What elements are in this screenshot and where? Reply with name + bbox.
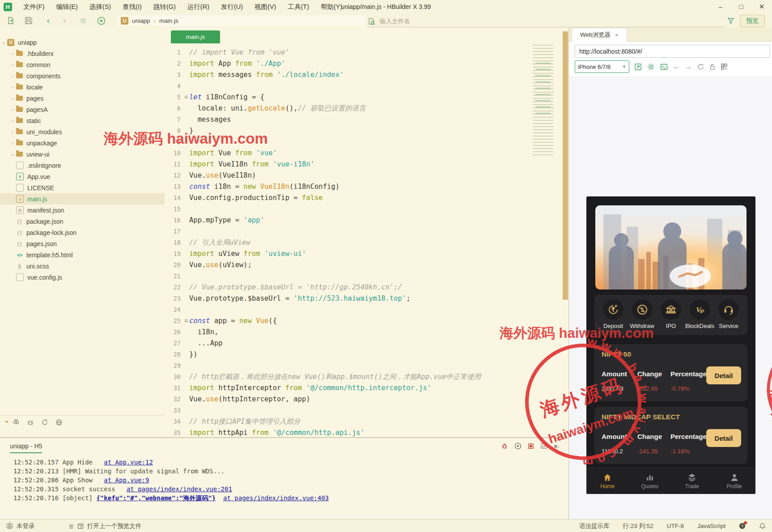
close-button[interactable]: ✕: [751, 0, 772, 13]
menu-item-4[interactable]: 跳转(G): [148, 0, 182, 13]
console-tab[interactable]: uniapp - H5: [10, 443, 42, 453]
nav-forward-icon[interactable]: →: [685, 62, 692, 71]
device-selector[interactable]: iPhone 6/7/8 ▼: [575, 60, 629, 73]
refresh-icon[interactable]: [41, 419, 48, 426]
reload-icon[interactable]: [697, 63, 704, 71]
tree-folder-pages[interactable]: ›pages: [0, 93, 165, 104]
favorite-star-icon[interactable]: ☆: [78, 15, 89, 26]
nav-item-profile[interactable]: Profile: [713, 468, 756, 494]
nav-item-quotes[interactable]: Quotes: [629, 468, 671, 494]
detail-button[interactable]: Detail: [706, 429, 741, 447]
close-tab-icon[interactable]: ×: [615, 32, 619, 38]
tree-folder-pagesA[interactable]: ›pagesA: [0, 104, 165, 115]
nav-back-icon[interactable]: ←: [673, 62, 680, 71]
tree-folder-common[interactable]: ›common: [0, 59, 165, 70]
tree-file-manifest.json[interactable]: ◎manifest.json: [0, 204, 165, 216]
run-console-icon[interactable]: [514, 443, 522, 450]
qr-code-icon[interactable]: [721, 63, 728, 70]
task-list-icon[interactable]: ≣: [69, 523, 74, 530]
forward-button[interactable]: ›: [59, 15, 70, 26]
fold-marker-icon[interactable]: ⊟: [183, 315, 189, 327]
debug-bug-icon[interactable]: [501, 443, 508, 450]
tree-folder-unpackage[interactable]: ›unpackage: [0, 137, 165, 149]
menu-item-3[interactable]: 查找(I): [117, 0, 148, 13]
code-area[interactable]: 1// import Vue from 'vue'2import App fro…: [165, 47, 568, 437]
user-icon[interactable]: [6, 523, 13, 529]
quick-action-blockdeals[interactable]: VIPBlockDeals: [686, 299, 714, 335]
filter-icon[interactable]: [725, 15, 736, 26]
open-previous-preview[interactable]: 打开上一个预览文件: [87, 522, 142, 530]
tree-file-template.h5.html[interactable]: <>template.h5.html: [0, 249, 165, 260]
breadcrumb-project[interactable]: uniapp: [132, 17, 150, 24]
tree-file-uni.scss[interactable]: §uni.scss: [0, 260, 165, 272]
menu-item-8[interactable]: 工具(T): [282, 0, 315, 13]
tree-root-uniapp[interactable]: ⌄Uuniapp: [0, 37, 165, 48]
quick-action-service[interactable]: Service: [714, 299, 743, 335]
gear-icon[interactable]: [647, 63, 655, 71]
terminal-icon[interactable]: [660, 63, 668, 71]
fold-marker-icon[interactable]: ⊟: [183, 92, 189, 103]
tree-file-LICENSE[interactable]: LICENSE: [0, 182, 165, 193]
tree-file-pages.json[interactable]: [ ]pages.json: [0, 238, 165, 249]
history-clock-icon[interactable]: [739, 523, 746, 529]
new-file-button[interactable]: [5, 15, 16, 26]
menu-item-2[interactable]: 选择(S): [84, 0, 117, 13]
tree-file-vue.config.js[interactable]: vue.config.js: [0, 272, 165, 283]
tree-folder-static[interactable]: ›static: [0, 115, 165, 126]
export-log-icon[interactable]: [540, 443, 547, 450]
menu-item-9[interactable]: 帮助(Y): [315, 0, 348, 13]
encoding[interactable]: UTF-8: [667, 523, 684, 529]
notification-bell-icon[interactable]: [759, 523, 766, 529]
tab-main-js[interactable]: main.js: [171, 30, 220, 43]
nav-item-home[interactable]: Home: [586, 468, 629, 494]
detail-button[interactable]: Detail: [706, 366, 741, 384]
search-files-icon[interactable]: [13, 419, 20, 426]
log-source-link[interactable]: at App.vue:12: [104, 459, 153, 466]
syntax-library[interactable]: 语法提示库: [579, 522, 610, 530]
tree-folder-.hbuilderx[interactable]: ›.hbuilderx: [0, 48, 165, 59]
code-editor[interactable]: main.js 1// import Vue from 'vue'2import…: [165, 28, 568, 437]
quick-action-withdraw[interactable]: $Withdraw: [628, 299, 657, 335]
log-source-link[interactable]: at App.vue:9: [104, 477, 149, 484]
login-status[interactable]: 未登录: [17, 522, 35, 530]
menu-item-0[interactable]: 文件(F): [17, 0, 51, 13]
tree-folder-uview-ui[interactable]: ›uview-ui: [0, 149, 165, 160]
minimap[interactable]: [533, 45, 560, 157]
language-mode[interactable]: JavaScript: [697, 523, 725, 529]
menu-item-6[interactable]: 发行(U): [215, 0, 249, 13]
preview-button[interactable]: 预览: [740, 15, 765, 27]
breadcrumb-file[interactable]: main.js: [159, 17, 178, 24]
tree-file-main.js[interactable]: Jmain.js: [0, 193, 165, 204]
tree-file-package.json[interactable]: [ ]package.json: [0, 216, 165, 227]
save-button[interactable]: [23, 15, 34, 26]
debug-icon[interactable]: [27, 419, 34, 426]
nav-item-trade[interactable]: Trade: [671, 468, 713, 494]
maximize-button[interactable]: □: [731, 0, 751, 13]
scrollbar-thumb[interactable]: [563, 31, 568, 300]
menu-item-1[interactable]: 编辑(E): [51, 0, 84, 13]
tree-file-App.vue[interactable]: VApp.vue: [0, 171, 165, 182]
file-search-input[interactable]: 输入文件名: [368, 16, 725, 27]
log-source-link[interactable]: at pages/index/index.vue:201: [127, 485, 232, 493]
cursor-position[interactable]: 行:23 列:52: [623, 522, 653, 530]
editor-scrollbar[interactable]: [563, 28, 568, 437]
web-icon[interactable]: [55, 419, 63, 426]
log-object-link[interactable]: {"kefu":"#","webname":"海外源码"}: [96, 494, 216, 502]
back-button[interactable]: ‹: [43, 15, 54, 26]
home-banner-image[interactable]: [595, 205, 747, 289]
minimize-button[interactable]: –: [710, 0, 731, 13]
menu-item-7[interactable]: 视图(V): [249, 0, 282, 13]
tree-folder-locale[interactable]: ›locale: [0, 81, 165, 93]
preview-window-icon[interactable]: [77, 523, 84, 529]
tree-file-.eslintignore[interactable]: .eslintignore: [0, 160, 165, 171]
tree-folder-components[interactable]: ›components: [0, 70, 165, 81]
quick-action-deposit[interactable]: Deposit: [599, 299, 628, 335]
stop-icon[interactable]: [528, 443, 534, 449]
quick-action-ipo[interactable]: IPO: [657, 299, 685, 335]
tab-web-browser[interactable]: Web浏览器 ×: [572, 28, 627, 42]
run-button[interactable]: [96, 15, 106, 26]
tree-folder-uni_modules[interactable]: ›uni_modules: [0, 126, 165, 137]
breadcrumb[interactable]: U uniapp › main.js: [117, 15, 366, 26]
url-input[interactable]: http://localhost:8080/#/: [575, 45, 770, 58]
open-external-icon[interactable]: [634, 63, 642, 71]
